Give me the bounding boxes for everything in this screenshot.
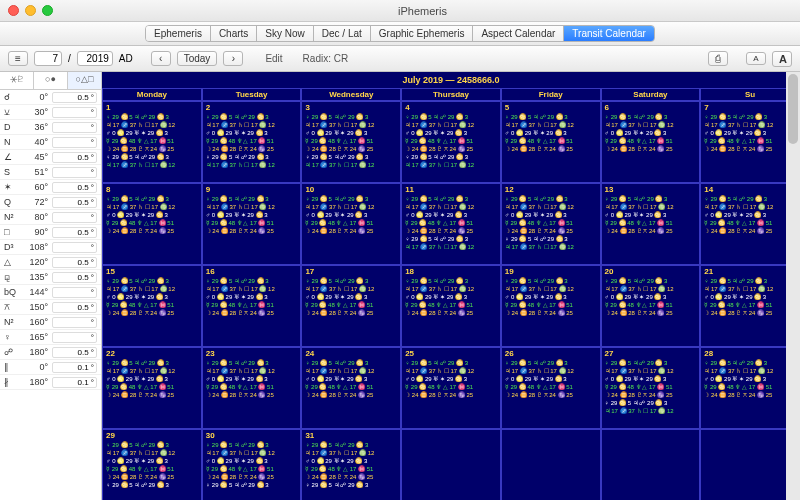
day-cell[interactable]: 30♀ 29 ♋ 5 ♃ ☍ 29 ♋ 3♃ 17 ♐ 37 ♄ ☐ 17 ♍ … bbox=[202, 429, 302, 500]
orb-value-input[interactable]: ° bbox=[52, 332, 97, 343]
sidebar-tab-1[interactable]: ○● bbox=[34, 72, 68, 89]
aspect-deg: 0° bbox=[18, 92, 48, 102]
day-cell[interactable]: 15♀ 29 ♋ 5 ♃ ☍ 29 ♋ 3♃ 17 ♐ 37 ♄ ☐ 17 ♍ … bbox=[102, 265, 202, 347]
day-cell[interactable] bbox=[401, 429, 501, 500]
titlebar: iPhemeris bbox=[0, 0, 800, 22]
day-cell[interactable]: 11♀ 29 ♋ 5 ♃ ☍ 29 ♋ 3♃ 17 ♐ 37 ♄ ☐ 17 ♍ … bbox=[401, 183, 501, 265]
day-cell[interactable]: 9♀ 29 ♋ 5 ♃ ☍ 29 ♋ 3♃ 17 ♐ 37 ♄ ☐ 17 ♍ 1… bbox=[202, 183, 302, 265]
tab-graphic-ephemeris[interactable]: Graphic Ephemeris bbox=[371, 26, 474, 41]
tab-aspect-calendar[interactable]: Aspect Calendar bbox=[473, 26, 564, 41]
day-cell[interactable]: 31♀ 29 ♋ 5 ♃ ☍ 29 ♋ 3♃ 17 ♐ 37 ♄ ☐ 17 ♍ … bbox=[301, 429, 401, 500]
orb-value-input[interactable]: 0.5 ° bbox=[52, 197, 97, 208]
transit-lines: ♀ 29 ♋ 5 ♃ ☍ 29 ♋ 3♃ 17 ♐ 37 ♄ ☐ 17 ♍ 12… bbox=[305, 350, 397, 399]
minimize-icon[interactable] bbox=[25, 5, 36, 16]
day-cell[interactable]: 20♀ 29 ♋ 5 ♃ ☍ 29 ♋ 3♃ 17 ♐ 37 ♄ ☐ 17 ♍ … bbox=[601, 265, 701, 347]
day-cell[interactable]: 16♀ 29 ♋ 5 ♃ ☍ 29 ♋ 3♃ 17 ♐ 37 ♄ ☐ 17 ♍ … bbox=[202, 265, 302, 347]
orb-value-input[interactable]: ° bbox=[52, 107, 97, 118]
orb-value-input[interactable]: 0.5 ° bbox=[52, 92, 97, 103]
day-cell[interactable]: 27♀ 29 ♋ 5 ♃ ☍ 29 ♋ 3♃ 17 ♐ 37 ♄ ☐ 17 ♍ … bbox=[601, 347, 701, 429]
font-larger-button[interactable]: A bbox=[772, 51, 792, 67]
day-cell[interactable]: 3♀ 29 ♋ 5 ♃ ☍ 29 ♋ 3♃ 17 ♐ 37 ♄ ☐ 17 ♍ 1… bbox=[301, 101, 401, 183]
day-cell[interactable]: 13♀ 29 ♋ 5 ♃ ☍ 29 ♋ 3♃ 17 ♐ 37 ♄ ☐ 17 ♍ … bbox=[601, 183, 701, 265]
tab-dec-lat[interactable]: Dec / Lat bbox=[314, 26, 371, 41]
month-input[interactable] bbox=[34, 51, 62, 66]
orb-row: ∦180°0.1 ° bbox=[0, 375, 101, 390]
scrollbar-thumb[interactable] bbox=[788, 74, 798, 144]
day-cell[interactable]: 18♀ 29 ♋ 5 ♃ ☍ 29 ♋ 3♃ 17 ♐ 37 ♄ ☐ 17 ♍ … bbox=[401, 265, 501, 347]
orb-value-input[interactable]: ° bbox=[52, 137, 97, 148]
day-cell[interactable]: 12♀ 29 ♋ 5 ♃ ☍ 29 ♋ 3♃ 17 ♐ 37 ♄ ☐ 17 ♍ … bbox=[501, 183, 601, 265]
day-number: 5 bbox=[505, 103, 509, 112]
font-smaller-button[interactable]: A bbox=[746, 52, 766, 65]
aspect-symbol: ✶ bbox=[4, 182, 18, 192]
day-cell[interactable] bbox=[601, 429, 701, 500]
prev-button[interactable]: ‹ bbox=[151, 51, 171, 66]
orb-value-input[interactable]: 0.5 ° bbox=[52, 257, 97, 268]
day-cell[interactable]: 24♀ 29 ♋ 5 ♃ ☍ 29 ♋ 3♃ 17 ♐ 37 ♄ ☐ 17 ♍ … bbox=[301, 347, 401, 429]
next-button[interactable]: › bbox=[223, 51, 243, 66]
day-number: 20 bbox=[605, 267, 614, 276]
orb-value-input[interactable]: 0.1 ° bbox=[52, 362, 97, 373]
day-cell[interactable]: 22♀ 29 ♋ 5 ♃ ☍ 29 ♋ 3♃ 17 ♐ 37 ♄ ☐ 17 ♍ … bbox=[102, 347, 202, 429]
day-cell[interactable]: 1♀ 29 ♋ 5 ♃ ☍ 29 ♋ 3♃ 17 ♐ 37 ♄ ☐ 17 ♍ 1… bbox=[102, 101, 202, 183]
transit-lines: ♀ 29 ♋ 5 ♃ ☍ 29 ♋ 3♃ 17 ♐ 37 ♄ ☐ 17 ♍ 12… bbox=[505, 104, 597, 153]
edit-label[interactable]: Edit bbox=[265, 53, 282, 64]
tab-charts[interactable]: Charts bbox=[211, 26, 257, 41]
orb-value-input[interactable]: 0.5 ° bbox=[52, 227, 97, 238]
day-number: 10 bbox=[305, 185, 314, 194]
sidebar-tab-0[interactable]: ⚹♇ bbox=[0, 72, 34, 89]
aspect-deg: 51° bbox=[18, 167, 48, 177]
aspect-symbol: D³ bbox=[4, 242, 18, 252]
orb-value-input[interactable]: 0.5 ° bbox=[52, 272, 97, 283]
aspect-symbol: ∥ bbox=[4, 362, 18, 372]
day-cell[interactable]: 29♀ 29 ♋ 5 ♃ ☍ 29 ♋ 3♃ 17 ♐ 37 ♄ ☐ 17 ♍ … bbox=[102, 429, 202, 500]
day-number: 29 bbox=[106, 431, 115, 440]
aspect-deg: 108° bbox=[18, 242, 48, 252]
day-cell[interactable]: 17♀ 29 ♋ 5 ♃ ☍ 29 ♋ 3♃ 17 ♐ 37 ♄ ☐ 17 ♍ … bbox=[301, 265, 401, 347]
day-number: 4 bbox=[405, 103, 409, 112]
orb-value-input[interactable]: ° bbox=[52, 122, 97, 133]
scrollbar[interactable] bbox=[786, 72, 800, 500]
orb-value-input[interactable]: 0.5 ° bbox=[52, 152, 97, 163]
day-cell[interactable]: 10♀ 29 ♋ 5 ♃ ☍ 29 ♋ 3♃ 17 ♐ 37 ♄ ☐ 17 ♍ … bbox=[301, 183, 401, 265]
day-cell[interactable]: 23♀ 29 ♋ 5 ♃ ☍ 29 ♋ 3♃ 17 ♐ 37 ♄ ☐ 17 ♍ … bbox=[202, 347, 302, 429]
view-tabs-bar: EphemerisChartsSky NowDec / LatGraphic E… bbox=[0, 22, 800, 46]
transit-lines: ♀ 29 ♋ 5 ♃ ☍ 29 ♋ 3♃ 17 ♐ 37 ♄ ☐ 17 ♍ 12… bbox=[206, 350, 298, 399]
maximize-icon[interactable] bbox=[42, 5, 53, 16]
orb-value-input[interactable]: 0.5 ° bbox=[52, 302, 97, 313]
date-sep: / bbox=[68, 53, 71, 64]
transit-lines: ♀ 29 ♋ 5 ♃ ☍ 29 ♋ 3♃ 17 ♐ 37 ♄ ☐ 17 ♍ 12… bbox=[305, 268, 397, 317]
day-cell[interactable]: 19♀ 29 ♋ 5 ♃ ☍ 29 ♋ 3♃ 17 ♐ 37 ♄ ☐ 17 ♍ … bbox=[501, 265, 601, 347]
day-cell[interactable]: 2♀ 29 ♋ 5 ♃ ☍ 29 ♋ 3♃ 17 ♐ 37 ♄ ☐ 17 ♍ 1… bbox=[202, 101, 302, 183]
day-cell[interactable]: 25♀ 29 ♋ 5 ♃ ☍ 29 ♋ 3♃ 17 ♐ 37 ♄ ☐ 17 ♍ … bbox=[401, 347, 501, 429]
day-cell[interactable]: 8♀ 29 ♋ 5 ♃ ☍ 29 ♋ 3♃ 17 ♐ 37 ♄ ☐ 17 ♍ 1… bbox=[102, 183, 202, 265]
orb-value-input[interactable]: ° bbox=[52, 287, 97, 298]
day-cell[interactable] bbox=[501, 429, 601, 500]
tab-transit-calendar[interactable]: Transit Calendar bbox=[564, 26, 654, 41]
orb-row: N²160° ° bbox=[0, 315, 101, 330]
close-icon[interactable] bbox=[8, 5, 19, 16]
aspect-symbol: ☌ bbox=[4, 92, 18, 102]
day-cell[interactable]: 26♀ 29 ♋ 5 ♃ ☍ 29 ♋ 3♃ 17 ♐ 37 ♄ ☐ 17 ♍ … bbox=[501, 347, 601, 429]
tab-sky-now[interactable]: Sky Now bbox=[257, 26, 313, 41]
orb-value-input[interactable]: 0.5 ° bbox=[52, 182, 97, 193]
tab-ephemeris[interactable]: Ephemeris bbox=[146, 26, 211, 41]
sidebar-tab-2[interactable]: ○△□ bbox=[68, 72, 101, 89]
orb-value-input[interactable]: ° bbox=[52, 317, 97, 328]
year-input[interactable] bbox=[77, 51, 113, 66]
orb-value-input[interactable]: 0.1 ° bbox=[52, 377, 97, 388]
menu-button[interactable]: ≡ bbox=[8, 51, 28, 66]
transit-lines: ♀ 29 ♋ 5 ♃ ☍ 29 ♋ 3♃ 17 ♐ 37 ♄ ☐ 17 ♍ 12… bbox=[405, 104, 497, 169]
orb-value-input[interactable]: ° bbox=[52, 212, 97, 223]
day-cell[interactable]: 6♀ 29 ♋ 5 ♃ ☍ 29 ♋ 3♃ 17 ♐ 37 ♄ ☐ 17 ♍ 1… bbox=[601, 101, 701, 183]
aspect-deg: 165° bbox=[18, 332, 48, 342]
today-button[interactable]: Today bbox=[177, 51, 218, 66]
transit-lines: ♀ 29 ♋ 5 ♃ ☍ 29 ♋ 3♃ 17 ♐ 37 ♄ ☐ 17 ♍ 12… bbox=[106, 432, 198, 489]
day-cell[interactable]: 5♀ 29 ♋ 5 ♃ ☍ 29 ♋ 3♃ 17 ♐ 37 ♄ ☐ 17 ♍ 1… bbox=[501, 101, 601, 183]
day-cell[interactable]: 4♀ 29 ♋ 5 ♃ ☍ 29 ♋ 3♃ 17 ♐ 37 ♄ ☐ 17 ♍ 1… bbox=[401, 101, 501, 183]
orb-value-input[interactable]: ° bbox=[52, 167, 97, 178]
print-button[interactable]: ⎙ bbox=[708, 51, 728, 66]
orb-value-input[interactable]: 0.5 ° bbox=[52, 347, 97, 358]
calendar-grid: 1♀ 29 ♋ 5 ♃ ☍ 29 ♋ 3♃ 17 ♐ 37 ♄ ☐ 17 ♍ 1… bbox=[102, 101, 800, 500]
orb-value-input[interactable]: ° bbox=[52, 242, 97, 253]
